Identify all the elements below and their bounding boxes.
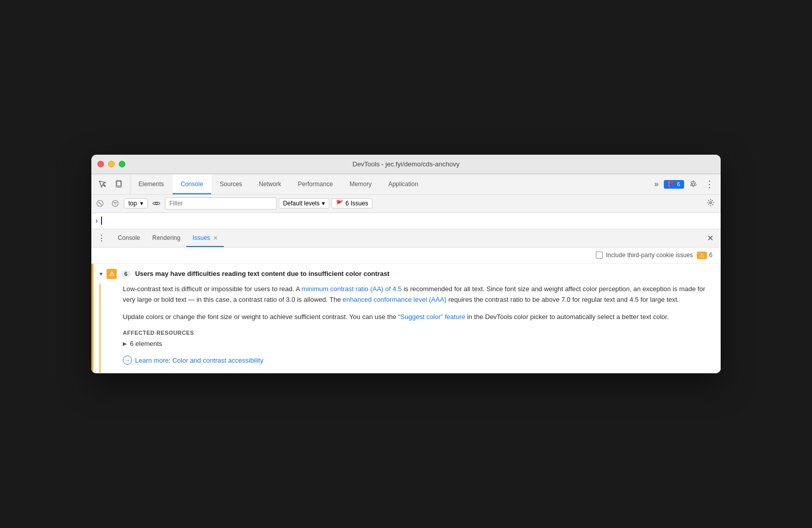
top-toolbar: Elements Console Sources Network Perform… [91, 174, 721, 195]
svg-rect-0 [116, 181, 121, 187]
minimize-button[interactable] [108, 161, 115, 167]
issues-panel: Include third-party cookie issues ⚠ 6 ▾ … [91, 248, 721, 373]
suggest-color-link[interactable]: “Suggest color” feature [398, 313, 465, 321]
clear-console-button[interactable] [93, 197, 107, 210]
filter-button[interactable] [109, 197, 122, 210]
toolbar-right: » 🚩 6 ⋮ [647, 174, 721, 194]
issue-description-para1: Low-contrast text is difficult or imposs… [123, 284, 715, 305]
third-party-checkbox-row: Include third-party cookie issues [596, 252, 693, 259]
inspect-element-button[interactable] [95, 177, 110, 191]
issue-content-wrap: ▾ ⚠ 6 Users may have difficulties readin… [93, 264, 721, 373]
issue-title-row[interactable]: ▾ ⚠ 6 Users may have difficulties readin… [93, 264, 721, 284]
sub-tabs-close-button[interactable]: ✕ [704, 232, 717, 244]
sub-tab-issues[interactable]: Issues ✕ [186, 229, 224, 247]
sub-tab-rendering[interactable]: Rendering [146, 229, 186, 247]
issue-body: Low-contrast text is difficult or imposs… [99, 284, 721, 373]
flag-icon: 🚩 [668, 181, 675, 188]
console-settings-button[interactable] [703, 199, 719, 208]
svg-point-9 [155, 202, 157, 204]
chevron-down-icon: ▾ [322, 200, 325, 207]
console-toolbar: top ▾ Default levels ▾ 🚩 6 Issues [91, 195, 721, 213]
aaa-contrast-link[interactable]: enhanced conformance level (AAA) [343, 296, 447, 303]
issues-header-row: Include third-party cookie issues ⚠ 6 [91, 248, 721, 264]
sub-tabs-more-button[interactable]: ⋮ [95, 232, 108, 244]
svg-rect-1 [117, 182, 121, 186]
chevron-down-icon: ▾ [99, 270, 103, 277]
tab-memory[interactable]: Memory [342, 174, 380, 194]
learn-more-link[interactable]: → Learn more: Color and contrast accessi… [123, 356, 715, 365]
svg-point-10 [710, 202, 712, 204]
eye-button[interactable] [150, 197, 163, 210]
tab-elements[interactable]: Elements [130, 174, 173, 194]
svg-point-2 [118, 186, 119, 187]
warning-icon: ⚠ [107, 269, 117, 279]
toolbar-icons [91, 174, 130, 194]
device-toolbar-button[interactable] [112, 177, 126, 191]
sub-tab-close-button[interactable]: ✕ [213, 235, 218, 241]
warning-icon-inline: ⚠ [699, 252, 704, 259]
traffic-lights [97, 161, 125, 167]
main-tabs: Elements Console Sources Network Perform… [130, 174, 647, 194]
svg-line-4 [98, 202, 101, 205]
title-bar: DevTools - jec.fyi/demo/cds-anchovy [91, 155, 721, 174]
devtools-window: DevTools - jec.fyi/demo/cds-anchovy [91, 155, 721, 373]
issue-description-para2: Update colors or change the font size or… [123, 312, 715, 323]
warning-count-badge: ⚠ [697, 252, 707, 259]
console-prompt: › [95, 217, 98, 225]
filter-input[interactable] [165, 197, 277, 209]
flag-icon: 🚩 [336, 200, 344, 207]
tab-sources[interactable]: Sources [212, 174, 251, 194]
window-title: DevTools - jec.fyi/demo/cds-anchovy [353, 160, 460, 168]
tab-console[interactable]: Console [173, 174, 212, 194]
sub-tab-console[interactable]: Console [112, 229, 146, 247]
aa-contrast-link[interactable]: minimum contrast ratio (AA) of 4.5 [301, 285, 401, 293]
circle-arrow-icon: → [123, 356, 132, 365]
elements-row[interactable]: ▶ 6 elements [123, 339, 715, 348]
tab-network[interactable]: Network [251, 174, 290, 194]
console-cursor [101, 217, 102, 225]
more-options-button[interactable]: ⋮ [702, 177, 717, 191]
issue-title: Users may have difficulties reading text… [135, 270, 389, 277]
tab-performance[interactable]: Performance [290, 174, 342, 194]
levels-selector[interactable]: Default levels ▾ [279, 198, 329, 208]
maximize-button[interactable] [119, 161, 125, 167]
issues-badge-button[interactable]: 🚩 6 [664, 180, 684, 189]
tab-application[interactable]: Application [380, 174, 427, 194]
close-button[interactable] [97, 161, 104, 167]
issue-count-badge: 6 [121, 270, 131, 277]
affected-label: AFFECTED RESOURCES [123, 330, 715, 336]
third-party-checkbox[interactable] [596, 252, 603, 259]
devtools-panel: Elements Console Sources Network Perform… [91, 174, 721, 373]
affected-resources: AFFECTED RESOURCES ▶ 6 elements [123, 330, 715, 348]
issues-count-button[interactable]: 🚩 6 Issues [331, 198, 373, 208]
chevron-down-icon: ▾ [140, 200, 143, 207]
sub-tabs-bar: ⋮ Console Rendering Issues ✕ ✕ [91, 229, 721, 248]
triangle-right-icon: ▶ [123, 341, 127, 346]
console-input-area: › [91, 213, 721, 229]
more-tabs-button[interactable]: » [651, 180, 662, 189]
issue-entry: ▾ ⚠ 6 Users may have difficulties readin… [91, 264, 721, 373]
context-selector[interactable]: top ▾ [124, 198, 148, 208]
settings-button[interactable] [686, 177, 700, 191]
